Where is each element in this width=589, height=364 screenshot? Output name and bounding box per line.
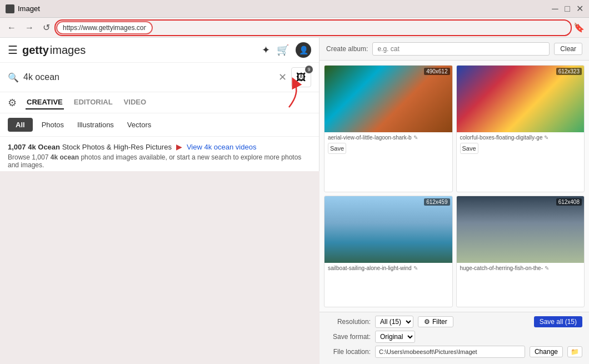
address-bar-input[interactable] [56,21,153,34]
clear-button[interactable]: Clear [554,43,582,55]
list-item: 612x323 colorful-boxes-floating-digitall… [456,65,585,192]
search-input[interactable] [23,72,274,82]
resolution-select[interactable]: All (15)HD4K [375,316,413,328]
image-dimensions: 612x459 [424,198,450,206]
menu-button[interactable]: ☰ [8,43,18,57]
results-info: 1,007 4k Ocean Stock Photos & High-Res P… [0,137,319,171]
list-item: 490x612 aerial-view-of-little-lagoon-sha… [324,65,453,192]
results-title-line: 1,007 4k Ocean Stock Photos & High-Res P… [8,142,311,151]
image-thumbnail[interactable] [457,196,585,263]
maximize-button[interactable]: □ [563,5,571,13]
getty-logo: getty images [22,44,86,57]
bottom-controls: Resolution: All (15)HD4K ⚙ Filter Save a… [320,312,589,364]
main-layout: ☰ getty images ✦ 🛒 👤 🔍 [0,38,589,364]
folder-icon: 📁 [571,348,579,356]
sub-filter-bar: All Photos Illustrations Vectors [0,113,319,137]
address-bar-wrapper [56,21,570,34]
resolution-label: Resolution: [326,318,371,326]
getty-header: ☰ getty images ✦ 🛒 👤 [0,38,319,63]
forward-button[interactable]: → [22,22,37,34]
image-search-badge: 9 [305,66,313,73]
change-location-button[interactable]: Change [530,346,563,357]
filter-all-button[interactable]: All [8,118,33,132]
image-search-button[interactable]: 🖼 9 [291,67,311,87]
filter-button[interactable]: ⚙ Filter [418,316,453,327]
filter-options-button[interactable]: ⚙ [8,97,17,109]
album-input[interactable] [372,42,550,56]
tab-editorial[interactable]: EDITORIAL [73,96,114,109]
edit-icon: ✎ [544,134,548,141]
user-button[interactable]: 👤 [296,42,311,58]
video-link[interactable]: View 4k ocean videos [187,143,257,151]
image-name: sailboat-sailing-alone-in-light-wind ✎ [325,263,452,272]
filter-icon: ⚙ [424,318,430,326]
save-format-label: Save format: [326,333,371,341]
filter-illustrations-button[interactable]: Illustrations [73,118,118,132]
logo-text-bold: getty [22,44,49,57]
tab-creative[interactable]: CREATIVE [26,96,64,109]
image-name: aerial-view-of-little-lagoon-shark-b ✎ [325,132,452,142]
video-icon: ▶ [176,142,182,151]
image-search-icon: 🖼 [296,72,306,83]
results-description: Browse 1,007 4k ocean photos and images … [8,153,311,169]
format-row: Save format: OriginalJPEGPNG [326,331,582,343]
image-dimensions: 490x612 [424,68,450,75]
window-controls: ─ □ ✕ [551,5,583,13]
open-folder-button[interactable]: 📁 [567,346,582,357]
file-location-input[interactable] [375,346,525,358]
image-grid: 490x612 aerial-view-of-little-lagoon-sha… [320,61,589,312]
window-title: Imaget [6,4,40,13]
image-thumbnail[interactable] [325,66,452,132]
save-all-button[interactable]: Save all (15) [534,316,582,327]
save-image-button[interactable]: Save [328,143,346,154]
header-icons: ✦ 🛒 👤 [262,42,311,58]
browser-bar: ← → ↺ 🔖 [0,18,589,38]
logo-text-light: images [50,44,86,57]
image-name: colorful-boxes-floating-digitally-ge ✎ [457,132,585,142]
tab-video[interactable]: VIDEO [123,96,147,109]
search-icon: 🔍 [8,72,19,83]
search-clear-button[interactable]: ✕ [278,71,287,83]
close-button[interactable]: ✕ [576,5,583,13]
window-chrome: Imaget ─ □ ✕ [0,0,589,18]
app-title: Imaget [18,4,40,13]
edit-icon: ✎ [545,265,549,271]
file-location-row: File location: Change 📁 [326,346,582,358]
image-dimensions: 612x408 [556,198,582,206]
create-album-label: Create album: [326,45,368,53]
list-item: 612x408 huge-catch-of-herring-fish-on-th… [456,196,585,307]
cart-button[interactable]: 🛒 [277,44,289,56]
refresh-button[interactable]: ↺ [40,21,53,34]
left-panel: ☰ getty images ✦ 🛒 👤 🔍 [0,38,320,171]
sparkle-button[interactable]: ✦ [262,44,270,56]
results-count-text: 1,007 4k Ocean Stock Photos & High-Res P… [8,143,172,151]
top-controls: Create album: Clear [320,38,589,61]
back-button[interactable]: ← [4,22,19,34]
edit-icon: ✎ [413,134,418,141]
format-select[interactable]: OriginalJPEGPNG [375,331,415,343]
filter-vectors-button[interactable]: Vectors [123,118,156,132]
search-bar: 🔍 ✕ 🖼 9 [0,63,319,92]
left-panel-wrapper: ☰ getty images ✦ 🛒 👤 🔍 [0,38,320,364]
resolution-row: Resolution: All (15)HD4K ⚙ Filter Save a… [326,316,582,328]
image-thumbnail[interactable] [325,196,452,263]
minimize-button[interactable]: ─ [551,5,559,13]
image-dimensions: 612x323 [556,68,582,75]
app-icon [6,4,14,13]
filter-photos-button[interactable]: Photos [37,118,68,132]
image-thumbnail[interactable] [457,66,585,132]
list-item: 612x459 sailboat-sailing-alone-in-light-… [324,196,453,307]
filter-tabs: ⚙ CREATIVE EDITORIAL VIDEO [0,92,319,113]
edit-icon: ✎ [413,265,418,271]
file-location-label: File location: [326,348,371,356]
image-name: huge-catch-of-herring-fish-on-the- ✎ [457,263,585,272]
save-image-button[interactable]: Save [460,143,478,154]
right-panel: Create album: Clear 490x612 aerial-view-… [320,38,589,364]
bookmark-button[interactable]: 🔖 [573,22,585,33]
